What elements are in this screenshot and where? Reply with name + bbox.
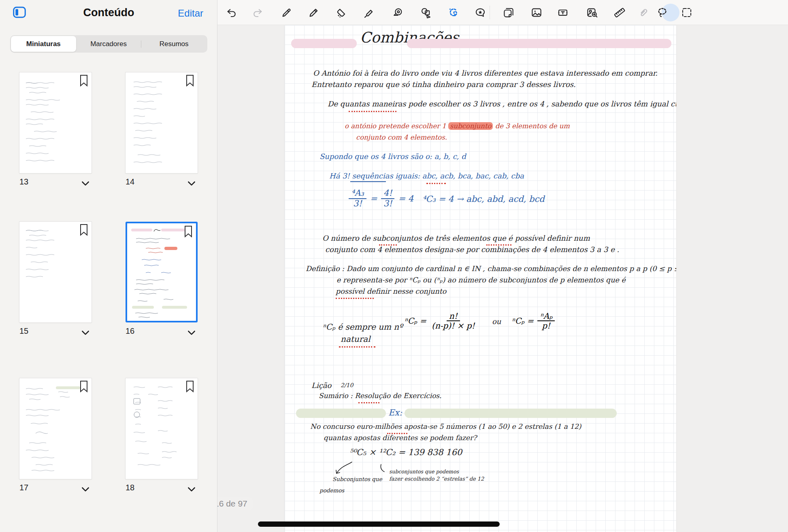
handwritten-line: natural (341, 334, 371, 344)
handwritten-line: No concurso euro-milhões aposta-se 5 núm… (310, 422, 581, 430)
frac-numerator: ⁿAₚ (537, 312, 555, 321)
handwritten-line: ⁿCₚ é sempre um nº (322, 322, 403, 332)
formula-result: = 4 (398, 194, 413, 203)
sidebar-tabs: Miniaturas Marcadores Resumos (10, 35, 207, 53)
page-17-chevron-icon[interactable] (80, 484, 91, 494)
thumbnail-page-18[interactable] (126, 378, 198, 479)
eraser-tool-button[interactable] (334, 5, 349, 20)
formula-lhs: ⁿCₚ = (511, 316, 534, 326)
definition-line: e representa-se por ⁿCₚ ou (ⁿₚ) ao númer… (336, 276, 626, 284)
smart-lasso-tool-button[interactable] (446, 5, 460, 20)
thumbnail-page-16-selected[interactable] (126, 222, 198, 322)
thumbnail-page-15[interactable] (19, 222, 92, 322)
blue-note-line: Há 3! sequências iguais: abc, acb, bca, … (329, 172, 524, 180)
edit-button[interactable]: Editar (178, 8, 203, 19)
handwritten-line: quantas apostas diferentes se podem faze… (324, 434, 477, 442)
handwritten-line: conjunto com 4 elementos designa-se por … (325, 245, 619, 254)
page-number-label: 18 (126, 483, 134, 492)
formula-cp: ⁿCₚ = n!(n-p)! × p! (404, 312, 476, 331)
red-dotted-mark (349, 111, 396, 112)
sticker-tool-button[interactable] (473, 5, 488, 20)
arrow-annotation (332, 460, 357, 477)
formula-arrangements: ⁴A₃3! = 4!3! = 4 (349, 189, 413, 208)
thumbnail-page-17[interactable] (19, 378, 92, 479)
annotation-text: fazer escolhendo 2 “estrelas” de 12 (389, 476, 484, 482)
page-number-label: 17 (19, 483, 28, 492)
lesson-label: Lição (311, 381, 331, 390)
frac-denominator: (n-p)! × p! (430, 321, 476, 330)
green-highlight-right (405, 409, 617, 418)
page-18-chevron-icon[interactable] (186, 484, 197, 494)
frac-numerator: n! (447, 312, 460, 321)
equals-sign: = (370, 194, 377, 203)
undo-button[interactable] (224, 5, 239, 20)
red-note-line: o antónio pretende escolher 1 subconjunt… (345, 122, 570, 130)
pink-highlight-right (407, 39, 671, 48)
annotation-text: subconjuntos que podemos (389, 468, 459, 475)
blue-note-line: Supondo que os 4 livros são o: a, b, c, … (319, 152, 466, 161)
blue-underline-mark (350, 181, 386, 182)
page-number-label: 14 (126, 177, 134, 187)
thumbnail-page-13[interactable] (19, 72, 92, 173)
red-note-line: conjunto com 4 elementos. (356, 134, 447, 141)
paperclip-icon[interactable] (636, 5, 650, 20)
page-15-chevron-icon[interactable] (80, 327, 91, 338)
tape-tool-button[interactable] (390, 5, 405, 20)
handwritten-line: O António foi à feira do livro onde viu … (313, 69, 658, 77)
handwritten-line: De quantas maneiras pode escolher os 3 l… (328, 100, 676, 108)
notes-tool-button[interactable] (501, 5, 516, 20)
red-note-post: de 3 elementos de um (493, 122, 570, 130)
red-dotted-mark (426, 183, 446, 184)
page-14-chevron-icon[interactable] (186, 178, 197, 189)
annotation-text: Subconjuntos que (332, 476, 382, 482)
red-dotted-mark (358, 402, 379, 403)
tab-marcadores[interactable]: Marcadores (76, 36, 141, 52)
bookmark-icon (183, 225, 193, 237)
horizontal-scrollbar[interactable] (258, 521, 500, 527)
page-number-label: 16 (126, 326, 134, 336)
sidebar: Conteúdo Editar Miniaturas Marcadores Re… (0, 0, 217, 532)
bookmark-icon (185, 74, 195, 87)
example-formula: ⁵⁰C₅ × ¹²C₂ = 139 838 160 (349, 447, 462, 457)
shapes-tool-button[interactable] (419, 5, 433, 20)
text-tool-button[interactable] (556, 5, 570, 20)
handwritten-line: O número de subconjuntos de três element… (322, 234, 590, 242)
redo-button[interactable] (250, 5, 265, 20)
frac-numerator: ⁴A₃ (349, 189, 366, 199)
pencil-tool-button[interactable] (307, 5, 321, 20)
highlighter-tool-button[interactable] (362, 5, 376, 20)
app-window: Conteúdo Editar Miniaturas Marcadores Re… (0, 0, 788, 532)
red-dotted-mark (339, 346, 375, 348)
pink-highlight-left (291, 39, 357, 48)
bookmark-icon (79, 380, 89, 392)
lesson-number: 2/10 (341, 382, 353, 388)
frac-numerator: 4! (381, 189, 395, 199)
bookmark-icon (185, 380, 195, 392)
page-16-chevron-icon[interactable] (186, 327, 197, 338)
marquee-select-tool-button[interactable] (679, 5, 694, 20)
lasso-tool-button[interactable] (655, 5, 669, 20)
pen-tool-button[interactable] (279, 5, 294, 20)
red-highlighted-word: subconjunto (448, 122, 493, 130)
photo-search-tool-button[interactable] (585, 5, 599, 20)
image-tool-button[interactable] (529, 5, 544, 20)
annotation-text: podemos (319, 487, 344, 494)
tab-resumos[interactable]: Resumos (141, 36, 207, 52)
note-page-canvas[interactable]: Combinações O António foi à feira do liv… (285, 25, 676, 532)
formula-combinations: ⁴C₃ = 4 → abc, abd, acd, bcd (422, 194, 545, 204)
arrow-annotation (379, 464, 388, 474)
green-highlight-left (296, 409, 386, 418)
or-word: ou (492, 317, 501, 326)
formula-cp-alt: ⁿCₚ = ⁿAₚp! (511, 312, 555, 331)
bookmark-icon (79, 224, 89, 236)
tab-miniaturas[interactable]: Miniaturas (11, 36, 76, 52)
red-note-pre: o antónio pretende escolher 1 (345, 122, 448, 130)
frac-denominator: 3! (351, 199, 364, 209)
ruler-tool-button[interactable] (612, 5, 627, 20)
bookmark-icon (79, 74, 89, 87)
page-13-chevron-icon[interactable] (80, 178, 91, 189)
frac-denominator: 3! (382, 199, 394, 209)
definition-line: possível definir nesse conjunto (336, 287, 446, 295)
example-label: Ex: (388, 408, 402, 418)
thumbnail-page-14[interactable] (126, 72, 198, 173)
